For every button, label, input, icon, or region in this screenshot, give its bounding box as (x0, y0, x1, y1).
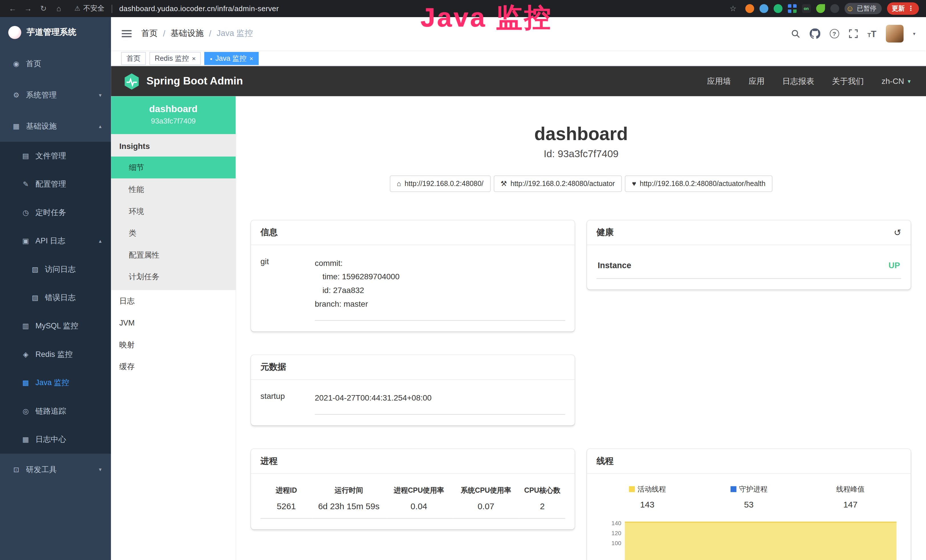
bookmark-star-icon[interactable]: ☆ (726, 4, 740, 13)
edit-icon: ✎ (21, 180, 30, 189)
extension-icon[interactable] (745, 4, 754, 13)
cards-grid: 信息 git commit: time: 1596289704000 id: 2… (236, 220, 926, 560)
tab-redis-monitor[interactable]: Redis 监控 × (150, 52, 201, 65)
extension-icon[interactable] (830, 4, 839, 13)
close-icon[interactable]: × (192, 55, 196, 62)
sba-item-metrics[interactable]: 性能 (111, 178, 236, 200)
forward-icon[interactable]: → (21, 4, 35, 13)
extension-icon[interactable] (816, 4, 825, 13)
sba-item-jvm[interactable]: JVM (111, 312, 236, 334)
redis-icon: ◈ (21, 350, 30, 359)
active-dot-icon: ● (210, 56, 212, 61)
sidebar-item-java-monitor[interactable]: ▩ Java 监控 (0, 369, 111, 397)
sba-nav-wallboard[interactable]: 应用墙 (707, 76, 731, 86)
sba-item-mappings[interactable]: 映射 (111, 334, 236, 356)
sba-nav-journal[interactable]: 日志报表 (782, 76, 814, 86)
sidebar-item-api-log[interactable]: ▣ API 日志 ▴ (0, 227, 111, 255)
search-icon[interactable] (791, 29, 800, 38)
back-icon[interactable]: ← (6, 4, 20, 13)
metadata-key: startup (260, 391, 315, 415)
sidebar-item-home[interactable]: ◉ 首页 (0, 48, 111, 79)
breadcrumb-home[interactable]: 首页 (141, 28, 158, 39)
menu-label: Redis 监控 (35, 349, 73, 360)
sba-item-logs[interactable]: 日志 (111, 290, 236, 312)
sba-item-scheduled-tasks[interactable]: 计划任务 (111, 266, 236, 288)
chevron-down-icon[interactable]: ▾ (913, 31, 915, 36)
sba-item-environment[interactable]: 环境 (111, 200, 236, 222)
sidebar-item-redis-monitor[interactable]: ◈ Redis 监控 (0, 341, 111, 369)
sidebar-item-log-center[interactable]: ▦ 日志中心 (0, 425, 111, 454)
help-icon[interactable]: ? (830, 29, 839, 38)
card-title: 进程 (260, 455, 277, 466)
tab-java-monitor[interactable]: ● Java 监控 × (204, 52, 259, 65)
sidebar-item-mysql-monitor[interactable]: ▥ MySQL 监控 (0, 312, 111, 340)
locale-selector[interactable]: zh-CN ▾ (882, 77, 911, 86)
history-icon[interactable]: ↺ (894, 227, 901, 238)
card-title: 信息 (260, 227, 277, 238)
sidebar-item-config-manage[interactable]: ✎ 配置管理 (0, 170, 111, 198)
clock-icon: ◷ (21, 209, 30, 217)
health-url-link[interactable]: ♥ http://192.168.0.2:48080/actuator/heal… (625, 176, 773, 192)
font-size-icon[interactable]: TT (867, 29, 876, 38)
sidebar-item-dev-tools[interactable]: ⊡ 研发工具 ▾ (0, 454, 111, 485)
chart-area-live-threads (625, 522, 897, 560)
sba-main: dashboard Id: 93a3fc7f7409 ⌂ http://192.… (236, 97, 926, 560)
sidebar-item-access-log[interactable]: ▧ 访问日志 (0, 255, 111, 283)
reload-icon[interactable]: ↻ (36, 4, 50, 13)
update-label: 更新 (892, 4, 905, 13)
close-icon[interactable]: × (250, 55, 253, 62)
process-col-header: 进程CPU使用率 (385, 480, 452, 496)
extension-icon[interactable] (759, 4, 768, 13)
tab-home[interactable]: 首页 (121, 52, 146, 65)
github-icon[interactable] (809, 28, 820, 39)
app-logo: 芋道管理系统 (0, 17, 111, 48)
service-url-link[interactable]: ⌂ http://192.168.0.2:48080/ (390, 176, 490, 192)
omnibox-divider (112, 5, 112, 13)
home-icon: ⌂ (397, 180, 401, 188)
browser-home-icon[interactable]: ⌂ (52, 4, 66, 13)
card-header: 进程 (251, 449, 575, 474)
trace-icon: ◎ (21, 407, 30, 415)
sba-item-classes[interactable]: 类 (111, 222, 236, 244)
user-avatar[interactable] (886, 25, 903, 42)
info-row: git commit: time: 1596289704000 id: 27aa… (260, 249, 565, 321)
actuator-url-link[interactable]: ⚒ http://192.168.0.2:48080/actuator (493, 176, 622, 192)
sidebar-item-file-manage[interactable]: ▤ 文件管理 (0, 142, 111, 170)
breadcrumb-infrastructure[interactable]: 基础设施 (171, 28, 204, 39)
sba-nav-about[interactable]: 关于我们 (832, 76, 864, 86)
sba-brand[interactable]: Spring Boot Admin (123, 73, 243, 90)
process-value: 5261 (260, 496, 312, 518)
sidebar-item-error-log[interactable]: ▨ 错误日志 (0, 283, 111, 312)
fullscreen-icon[interactable] (849, 29, 858, 38)
card-header: 线程 (587, 449, 911, 474)
sba-item-details[interactable]: 细节 (111, 157, 236, 179)
sidebar-item-tracing[interactable]: ◎ 链路追踪 (0, 397, 111, 425)
hamburger-icon[interactable] (122, 30, 132, 37)
sidebar-item-scheduled-jobs[interactable]: ◷ 定时任务 (0, 198, 111, 227)
sidebar-item-system-manage[interactable]: ⚙ 系统管理 ▾ (0, 79, 111, 110)
access-log-icon: ▧ (31, 265, 39, 274)
sba-instance-header[interactable]: dashboard 93a3fc7f7409 (111, 97, 236, 135)
sidebar-menu: ◉ 首页 ⚙ 系统管理 ▾ ▦ 基础设施 ▴ ▤ 文件管理 (0, 48, 111, 485)
extension-icon[interactable]: on (802, 4, 811, 13)
extension-icon[interactable] (773, 4, 782, 13)
extension-icon[interactable] (788, 4, 796, 13)
address-url[interactable]: dashboard.yudao.iocoder.cn/infra/admin-s… (119, 5, 279, 13)
process-card: 进程 进程ID 运行时间 进程CPU使用率 系统C (251, 449, 575, 529)
sba-item-caches[interactable]: 缓存 (111, 356, 236, 378)
update-button[interactable]: 更新 ⋮ (887, 2, 919, 15)
security-indicator[interactable]: ⚠ 不安全 (74, 3, 104, 14)
sidebar-item-infrastructure[interactable]: ▦ 基础设施 ▴ (0, 110, 111, 142)
metadata-row: startup 2021-04-27T00:44:31.254+08:00 (260, 383, 565, 415)
sba-item-config-props[interactable]: 配置属性 (111, 244, 236, 266)
gear-icon: ⚙ (12, 91, 21, 99)
sba-nav-applications[interactable]: 应用 (749, 76, 764, 86)
info-line: time: 1596289704000 (315, 271, 565, 284)
card-body: 活动线程 143 守护进程 (587, 474, 911, 560)
legend-value: 143 (597, 499, 698, 509)
menu-label: 错误日志 (45, 292, 76, 303)
infrastructure-icon: ▦ (12, 122, 21, 130)
menu-label: 研发工具 (26, 464, 57, 475)
profile-sync-paused-chip[interactable]: ☺ 已暂停 (844, 3, 882, 14)
legend-live-threads: 活动线程 143 (597, 484, 698, 509)
